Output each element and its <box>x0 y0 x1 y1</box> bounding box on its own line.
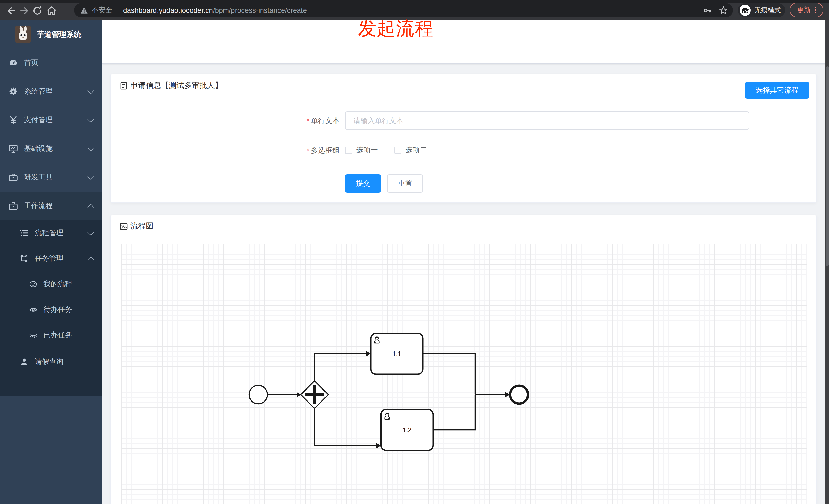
browser-window-top-strip <box>0 0 829 3</box>
process-diagram-card: 流程图 <box>110 215 817 504</box>
chevron-down-icon <box>87 229 94 235</box>
checkbox-icon[interactable] <box>345 147 352 154</box>
monitor-icon <box>9 144 18 153</box>
app-logo-row[interactable]: 芋道管理系统 <box>0 20 102 48</box>
omnibox-divider <box>117 6 118 14</box>
checkbox-group-label: *多选框组 <box>111 143 339 157</box>
start-event[interactable] <box>249 385 267 404</box>
sidebar-item-label: 首页 <box>24 58 38 68</box>
not-secure-warning-icon <box>80 6 88 14</box>
checkbox-option-1[interactable]: 选项一 <box>345 146 378 155</box>
sidebar-item-workflow[interactable]: 工作流程 <box>0 192 102 220</box>
diagram-title: 流程图 <box>131 221 153 231</box>
sidebar-item-label: 待办任务 <box>43 305 72 314</box>
person-icon <box>20 357 29 366</box>
sidebar-item-system[interactable]: 系统管理 <box>0 77 102 106</box>
reset-button[interactable]: 重置 <box>387 174 423 193</box>
bpmn-canvas[interactable]: 1.1 1.2 <box>121 244 807 504</box>
required-mark: * <box>307 146 310 154</box>
sidebar-item-my-process[interactable]: 我的流程 <box>0 271 102 297</box>
incognito-icon <box>740 5 751 16</box>
sidebar-item-infra[interactable]: 基础设施 <box>0 134 102 163</box>
user-task-1-1[interactable]: 1.1 <box>371 333 423 374</box>
app-logo-rabbit <box>15 26 31 43</box>
incognito-badge: 无痕模式 <box>738 3 785 17</box>
sidebar-item-home[interactable]: 首页 <box>0 48 102 77</box>
browser-reload-icon[interactable] <box>32 5 43 16</box>
parallel-gateway[interactable] <box>301 381 328 409</box>
incognito-label: 无痕模式 <box>754 6 781 15</box>
user-task-1-2[interactable]: 1.2 <box>381 410 433 450</box>
briefcase-icon <box>9 201 18 210</box>
org-tree-icon <box>20 254 29 263</box>
browser-forward-icon[interactable] <box>19 5 30 16</box>
checkbox-group: 选项一 选项二 <box>345 143 438 157</box>
sidebar-item-done-tasks[interactable]: 已办任务 <box>0 322 102 348</box>
password-key-icon[interactable] <box>703 6 712 14</box>
apply-info-card: 申请信息【测试多审批人】 选择其它流程 *单行文本 *多选框组 选项一 选项二 … <box>110 74 817 203</box>
submit-button[interactable]: 提交 <box>345 174 381 193</box>
plus-icon <box>313 385 316 404</box>
image-icon <box>120 222 128 230</box>
required-mark: * <box>307 117 310 125</box>
checkbox-option-2[interactable]: 选项二 <box>394 146 427 155</box>
apply-info-title-row: 申请信息【测试多审批人】 <box>120 81 222 90</box>
sidebar-item-label: 我的流程 <box>43 280 72 289</box>
sidebar-item-todo-tasks[interactable]: 待办任务 <box>0 297 102 322</box>
bookmark-star-icon[interactable] <box>719 6 728 14</box>
checkbox-label: 选项二 <box>405 146 427 155</box>
sidebar-item-payment[interactable]: 支付管理 <box>0 106 102 134</box>
yen-icon <box>9 116 18 125</box>
sidebar-item-label: 系统管理 <box>24 87 53 96</box>
chevron-down-icon <box>87 116 94 122</box>
screen: 不安全 dashboard.yudao.iocoder.cn/bpm/proce… <box>0 0 829 504</box>
security-label[interactable]: 不安全 <box>92 6 112 15</box>
sidebar-item-label: 支付管理 <box>24 116 53 125</box>
sidebar-item-label: 研发工具 <box>24 173 53 182</box>
update-label: 更新 <box>797 5 811 14</box>
browser-home-icon[interactable] <box>46 5 57 16</box>
url-host: dashboard.yudao.iocoder.cn <box>123 6 213 14</box>
sidebar-item-label: 流程管理 <box>35 229 63 238</box>
sidebar: 芋道管理系统 首页 系统管理 <box>0 20 102 504</box>
diagram-title-row: 流程图 <box>120 221 153 231</box>
document-icon <box>120 81 128 90</box>
form-buttons: 提交 重置 <box>345 174 423 193</box>
face-icon <box>29 280 37 288</box>
task-label: 1.1 <box>393 350 401 357</box>
card-divider <box>111 237 816 237</box>
browser-update-button[interactable]: 更新 <box>790 3 823 17</box>
url-path: /bpm/process-instance/create <box>213 6 307 14</box>
chevron-down-icon <box>87 173 94 180</box>
task-label: 1.2 <box>403 426 412 433</box>
address-bar[interactable]: 不安全 dashboard.yudao.iocoder.cn/bpm/proce… <box>74 3 733 17</box>
sidebar-item-leave-query[interactable]: 请假查询 <box>0 348 102 376</box>
tags-view-bar <box>102 47 829 64</box>
eye-closed-icon <box>29 331 37 339</box>
checkbox-label: 选项一 <box>356 146 378 155</box>
single-line-text-input[interactable] <box>345 111 749 130</box>
chevron-down-icon <box>87 144 94 151</box>
browser-back-icon[interactable] <box>6 5 17 16</box>
choose-other-process-button[interactable]: 选择其它流程 <box>745 82 809 99</box>
dashboard-icon <box>9 58 18 68</box>
chevron-down-icon <box>87 87 94 93</box>
annotation-title: 发起流程 <box>358 16 486 41</box>
gear-icon <box>9 87 18 96</box>
browser-menu-icon[interactable] <box>815 7 816 13</box>
chevron-up-icon <box>87 256 94 263</box>
sidebar-item-devtools[interactable]: 研发工具 <box>0 163 102 192</box>
chevron-up-icon <box>87 204 94 210</box>
bpmn-diagram: 1.1 1.2 <box>121 244 807 504</box>
scrollbar-thumb[interactable] <box>826 67 829 266</box>
checkbox-icon[interactable] <box>394 147 401 154</box>
text-field-label: *单行文本 <box>111 111 339 130</box>
sidebar-item-label: 请假查询 <box>35 357 63 366</box>
sidebar-item-label: 已办任务 <box>43 331 72 340</box>
end-event[interactable] <box>510 386 528 403</box>
apply-info-title: 申请信息【测试多审批人】 <box>131 81 222 90</box>
list-tree-icon <box>20 229 29 238</box>
sidebar-item-label: 基础设施 <box>24 144 53 153</box>
sidebar-item-process-mgmt[interactable]: 流程管理 <box>0 220 102 246</box>
sidebar-item-task-mgmt[interactable]: 任务管理 <box>0 246 102 271</box>
